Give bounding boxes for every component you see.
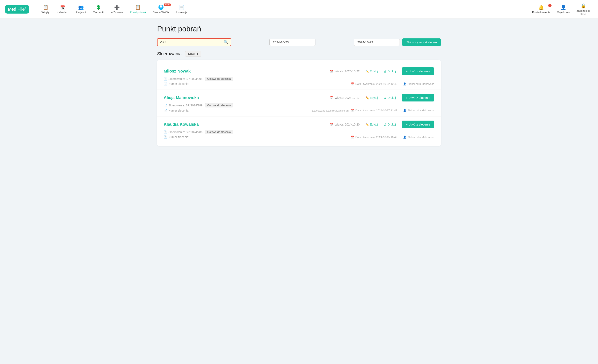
top-bar: 🔍 Zbiorczy raport zleceń — [157, 38, 441, 46]
patient-card: Miłosz Nowak 📅 Wizyta: 2024-10-22 ✏️ Edy… — [157, 63, 441, 90]
numer-info: 📄 Numer zlecenia: — [164, 109, 310, 112]
filter-label: Nowe — [188, 52, 196, 56]
clock-icon: 📅 — [351, 82, 354, 85]
card-top: Alicja Malinowska 📅 Wizyta: 2024-10-17 ✏… — [164, 94, 434, 101]
creation-info: 📅 Data utworzenia: 2024-10-17 11:47 — [351, 109, 397, 112]
filter-button[interactable]: Nowe ▾ — [185, 51, 201, 57]
creation-info: 📅 Data utworzenia: 2024-10-15 10:49 — [351, 136, 397, 139]
card-mid: 📄 Skierowanie: SR/2024/289 Gotowe do zle… — [164, 103, 434, 107]
patient-name[interactable]: Miłosz Nowak — [164, 69, 330, 73]
nav-item-rachunki[interactable]: 💲 Rachunki — [90, 3, 107, 16]
date-to-input[interactable] — [354, 39, 400, 46]
nav-item-kalendarz[interactable]: 📅 Kalendarz — [54, 3, 72, 16]
print-icon: 🖨 — [384, 70, 387, 73]
wizyta-info: 📅 Wizyta: 2024-10-20 — [330, 123, 359, 126]
doc-icon: 📄 — [164, 130, 167, 134]
card-bottom: 📄 Numer zlecenia: Szacowany czas realiza… — [164, 109, 434, 112]
nav-items: 📋 Wizyty 📅 Kalendarz 👥 Pacjenci 💲 Rachun… — [38, 3, 529, 16]
nav-item-strona-www[interactable]: NEW 🌐 Strona WWW — [150, 3, 172, 16]
create-button[interactable]: + Utwórz zlecenie — [402, 67, 434, 75]
instrukcje-label: Instrukcje — [176, 11, 188, 14]
nav-time: 09:50 — [581, 13, 586, 15]
create-button[interactable]: + Utwórz zlecenie — [402, 121, 434, 128]
calendar-icon: 📅 — [330, 70, 333, 73]
patient-card: Alicja Malinowska 📅 Wizyta: 2024-10-17 ✏… — [157, 90, 441, 116]
print-label: Drukuj — [388, 70, 396, 73]
date-from-input[interactable] — [269, 39, 316, 46]
card-mid: 📄 Skierowanie: SR/2024/298 Gotowe do zle… — [164, 77, 434, 81]
numer-zlecenia: Numer zlecenia: — [168, 82, 189, 85]
skierowanie-info: 📄 Skierowanie: SR/2024/286 — [164, 130, 203, 134]
patient-card: Klaudia Kowalska 📅 Wizyta: 2024-10-20 ✏️… — [157, 116, 441, 143]
new-badge: NEW — [164, 3, 171, 6]
edit-link[interactable]: ✏️ Edytuj — [365, 123, 378, 126]
notif-badge: 2 — [548, 4, 552, 7]
logo-file: File® — [17, 7, 26, 12]
numer-zlecenia: Numer zlecenia: — [168, 109, 189, 112]
numer-info: 📄 Numer zlecenia: — [164, 135, 349, 139]
autor-name: Aleksandra Makowska — [407, 109, 434, 112]
navbar: Med File® 📋 Wizyty 📅 Kalendarz 👥 Pacjenc… — [0, 0, 598, 18]
kalendarz-label: Kalendarz — [57, 11, 69, 14]
page-title: Punkt pobrań — [157, 25, 441, 33]
print-label: Drukuj — [388, 96, 396, 99]
autor-name: Aleksandra Makowska — [407, 136, 434, 139]
rachunki-label: Rachunki — [93, 11, 104, 14]
wizyta-date: Wizyta: 2024-10-17 — [335, 96, 359, 99]
edit-link[interactable]: ✏️ Edytuj — [365, 70, 378, 73]
patient-name[interactable]: Klaudia Kowalska — [164, 122, 330, 127]
edit-link[interactable]: ✏️ Edytuj — [365, 96, 378, 99]
ezdrowie-icon: ➕ — [114, 5, 120, 10]
numer-info: 📄 Numer zlecenia: — [164, 82, 349, 85]
logo[interactable]: Med File® — [5, 5, 32, 14]
print-link[interactable]: 🖨 Drukuj — [384, 96, 396, 99]
wizyta-date: Wizyta: 2024-10-22 — [335, 70, 359, 73]
filter-arrow: ▾ — [197, 52, 198, 56]
print-link[interactable]: 🖨 Drukuj — [384, 70, 396, 73]
nav-item-punkt-pobran[interactable]: 📋 Punkt pobrań — [127, 3, 149, 16]
card-meta-right: 📅 Wizyta: 2024-10-22 ✏️ Edytuj 🖨 Drukuj … — [330, 67, 434, 75]
punkt-pobran-icon: 📋 — [135, 5, 141, 10]
clock-icon: 📅 — [351, 136, 354, 139]
data-utworzenia: Data utworzenia: 2024-10-22 12:40 — [355, 82, 397, 85]
nav-item-moje-konto[interactable]: 👤 Moje konto — [554, 3, 573, 16]
nav-item-instrukcje[interactable]: 📄 Instrukcje — [173, 3, 191, 16]
calendar-icon: 📅 — [330, 123, 333, 126]
logo-med: Med — [8, 7, 16, 12]
nav-item-powiadomienia[interactable]: 2 🔔 Powiadomienia — [529, 3, 553, 16]
user-icon: 👤 — [403, 109, 406, 112]
pacjenci-label: Pacjenci — [76, 11, 86, 14]
moje-konto-label: Moje konto — [557, 11, 570, 14]
ezdrowie-label: e-Zdrowie — [111, 11, 123, 14]
data-utworzenia: Data utworzenia: 2024-10-17 11:47 — [355, 109, 397, 112]
report-button[interactable]: Zbiorczy raport zleceń — [402, 38, 441, 46]
calendar-icon: 📅 — [330, 96, 333, 99]
pencil-icon: ✏️ — [365, 96, 369, 99]
edit-label: Edytuj — [370, 96, 378, 99]
powiadomienia-label: Powiadomienia — [532, 11, 550, 14]
status-badge: Gotowe do zlecenia — [205, 77, 233, 81]
search-icon: 🔍 — [224, 40, 228, 44]
patient-name[interactable]: Alicja Malinowska — [164, 95, 330, 100]
skierowanie-info: 📄 Skierowanie: SR/2024/289 — [164, 104, 203, 107]
nav-item-zabezpiecz[interactable]: 🔒 Zabezpiecz 09:50 — [574, 2, 593, 17]
nav-item-pacjenci[interactable]: 👥 Pacjenci — [73, 3, 89, 16]
instrukcje-icon: 📄 — [179, 5, 184, 10]
nav-item-ezdrowie[interactable]: ➕ e-Zdrowie — [108, 3, 126, 16]
print-link[interactable]: 🖨 Drukuj — [384, 123, 396, 126]
print-icon: 🖨 — [384, 123, 387, 126]
status-badge: Gotowe do zlecenia — [205, 130, 233, 134]
punkt-pobran-label: Punkt pobrań — [130, 11, 146, 14]
data-utworzenia: Data utworzenia: 2024-10-15 10:49 — [355, 136, 397, 139]
wizyty-icon: 📋 — [43, 5, 48, 10]
nav-item-wizyty[interactable]: 📋 Wizyty — [38, 3, 53, 16]
skierowanie-info: 📄 Skierowanie: SR/2024/298 — [164, 77, 203, 81]
create-button[interactable]: + Utwórz zlecenie — [402, 94, 434, 101]
moje-konto-icon: 👤 — [561, 5, 566, 10]
edit-label: Edytuj — [370, 70, 378, 73]
clock-icon: 📅 — [351, 109, 354, 112]
skierowanie-number: Skierowanie: SR/2024/298 — [168, 77, 203, 81]
search-input[interactable] — [160, 40, 222, 44]
rachunki-icon: 💲 — [96, 5, 101, 10]
doc2-icon: 📄 — [164, 109, 167, 112]
